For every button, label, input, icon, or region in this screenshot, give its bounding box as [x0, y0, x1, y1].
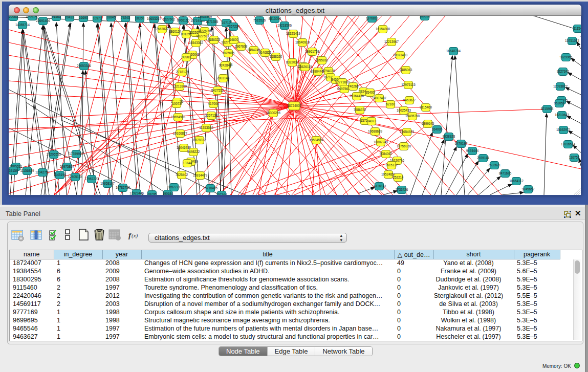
svg-text:1145194: 1145194 — [54, 173, 67, 177]
svg-text:9827503: 9827503 — [197, 34, 209, 38]
svg-text:8938928: 8938928 — [443, 135, 455, 138]
svg-text:17359928: 17359928 — [69, 152, 84, 156]
svg-text:10756928: 10756928 — [397, 144, 411, 148]
svg-text:16690: 16690 — [79, 16, 88, 19]
svg-text:9657771: 9657771 — [168, 185, 181, 189]
svg-text:9329965: 9329965 — [560, 55, 573, 59]
svg-text:8471676: 8471676 — [499, 171, 512, 175]
svg-text:7357234: 7357234 — [227, 25, 240, 28]
svg-text:20433: 20433 — [65, 16, 74, 19]
svg-text:12213369: 12213369 — [172, 84, 187, 88]
svg-text:9084067: 9084067 — [380, 152, 393, 156]
svg-text:98961: 98961 — [182, 55, 191, 59]
svg-text:1588520: 1588520 — [270, 55, 282, 58]
svg-text:2718176: 2718176 — [176, 70, 189, 74]
svg-text:11353594: 11353594 — [199, 126, 213, 129]
svg-text:9242848: 9242848 — [219, 63, 232, 67]
svg-text:252214: 252214 — [393, 176, 404, 179]
svg-text:11154: 11154 — [574, 27, 581, 30]
svg-text:9498222: 9498222 — [187, 150, 200, 154]
svg-text:62160: 62160 — [386, 102, 395, 106]
svg-text:16154808: 16154808 — [376, 27, 390, 31]
svg-text:10973: 10973 — [93, 16, 102, 20]
svg-text:417006: 417006 — [208, 102, 219, 105]
svg-text:95400: 95400 — [365, 91, 375, 94]
svg-text:17016514: 17016514 — [561, 142, 576, 146]
svg-text:12923446: 12923446 — [129, 191, 144, 195]
svg-text:7986372: 7986372 — [354, 108, 366, 112]
svg-text:9245652: 9245652 — [522, 187, 535, 191]
svg-text:19654923: 19654923 — [400, 130, 415, 134]
svg-text:746266: 746266 — [347, 84, 359, 88]
svg-text:23226058: 23226058 — [198, 29, 212, 33]
svg-text:9794028: 9794028 — [322, 69, 335, 73]
svg-text:12505135: 12505135 — [68, 175, 83, 179]
svg-text:7485063: 7485063 — [400, 68, 412, 72]
svg-text:3267130: 3267130 — [205, 114, 218, 117]
svg-text:10973493: 10973493 — [393, 53, 408, 57]
svg-text:16543362: 16543362 — [189, 41, 204, 45]
svg-text:16046788: 16046788 — [177, 146, 191, 149]
svg-text:2066140: 2066140 — [26, 16, 39, 18]
svg-text:14136141: 14136141 — [372, 184, 387, 188]
svg-text:2803144: 2803144 — [217, 76, 230, 80]
svg-text:15495758: 15495758 — [405, 114, 420, 118]
svg-text:8427552: 8427552 — [211, 89, 224, 92]
svg-text:9115460: 9115460 — [420, 105, 432, 109]
svg-text:157164: 157164 — [216, 193, 227, 195]
svg-text:20364436: 20364436 — [350, 94, 364, 98]
svg-text:19584594: 19584594 — [309, 138, 324, 142]
svg-text:39159: 39159 — [9, 169, 18, 172]
svg-text:10025433: 10025433 — [397, 108, 411, 112]
svg-text:18295: 18295 — [147, 192, 157, 195]
svg-text:79245: 79245 — [121, 16, 130, 19]
svg-text:8860124: 8860124 — [169, 30, 182, 33]
svg-text:7625402: 7625402 — [176, 173, 188, 177]
svg-text:16210643: 16210643 — [555, 113, 570, 117]
svg-text:9227341: 9227341 — [557, 70, 570, 73]
svg-text:12942757: 12942757 — [35, 170, 50, 174]
svg-text:16648784: 16648784 — [446, 49, 461, 53]
svg-text:11156829: 11156829 — [20, 169, 34, 172]
svg-text:18807249: 18807249 — [374, 140, 388, 144]
svg-text:18640910: 18640910 — [295, 40, 310, 44]
svg-text:16033809: 16033809 — [198, 16, 212, 18]
svg-text:10958107: 10958107 — [100, 182, 115, 185]
svg-text:16961758: 16961758 — [305, 50, 320, 53]
svg-text:18724007: 18724007 — [287, 104, 302, 107]
svg-text:91565: 91565 — [52, 16, 61, 18]
svg-text:1733426: 1733426 — [396, 188, 408, 191]
svg-text:10653267: 10653267 — [147, 17, 162, 20]
svg-text:6479197: 6479197 — [455, 142, 468, 145]
svg-text:54600: 54600 — [229, 38, 238, 41]
svg-text:10807487: 10807487 — [372, 96, 387, 100]
svg-text:14055714: 14055714 — [15, 23, 30, 27]
svg-text:962051: 962051 — [554, 101, 565, 105]
svg-text:1615132: 1615132 — [385, 163, 398, 167]
svg-text:19166827: 19166827 — [173, 132, 188, 135]
svg-text:10688639: 10688639 — [368, 129, 383, 133]
svg-text:20975867: 20975867 — [60, 165, 75, 168]
svg-text:04073: 04073 — [367, 119, 376, 123]
svg-text:20206555: 20206555 — [47, 152, 61, 156]
svg-text:1876812: 1876812 — [366, 16, 379, 20]
svg-text:13626115: 13626115 — [298, 65, 312, 69]
svg-text:116753: 116753 — [569, 156, 580, 159]
svg-text:2935114: 2935114 — [477, 156, 490, 160]
svg-text:(x): (x) — [132, 232, 138, 239]
svg-text:9146821: 9146821 — [259, 51, 272, 54]
svg-text:12213967: 12213967 — [384, 40, 399, 43]
svg-text:1527602: 1527602 — [163, 17, 176, 21]
svg-text:16914479: 16914479 — [193, 173, 208, 177]
svg-text:15751074: 15751074 — [565, 39, 580, 42]
svg-text:160338: 160338 — [419, 16, 430, 18]
svg-text:16782759: 16782759 — [116, 186, 130, 189]
svg-text:8186323: 8186323 — [208, 38, 221, 41]
svg-text:8878332: 8878332 — [193, 138, 206, 142]
svg-text:18350: 18350 — [135, 16, 144, 20]
svg-text:19218506: 19218506 — [277, 24, 292, 27]
svg-text:13744: 13744 — [183, 161, 192, 165]
svg-text:18325419: 18325419 — [286, 32, 301, 35]
svg-text:6899645: 6899645 — [422, 122, 434, 125]
svg-text:20063: 20063 — [9, 16, 18, 18]
